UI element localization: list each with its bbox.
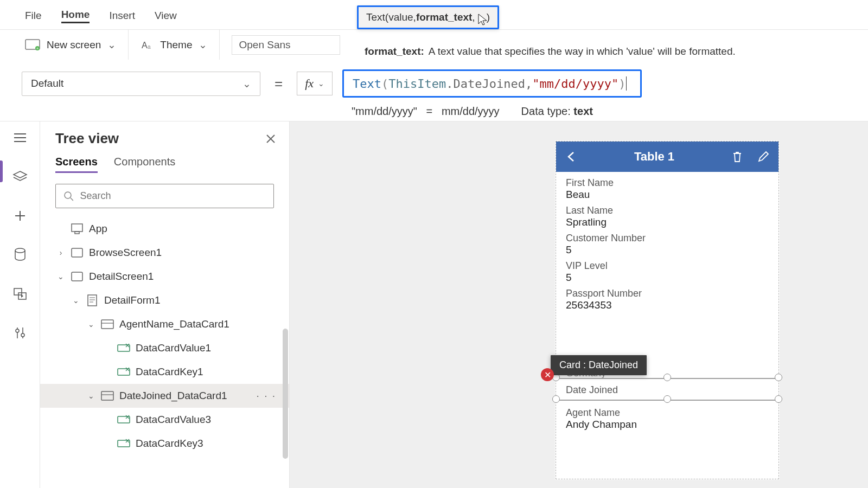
menu-insert[interactable]: Insert	[109, 10, 135, 22]
plus-icon	[14, 209, 27, 222]
scrollbar-thumb[interactable]	[283, 329, 288, 459]
fx-button[interactable]: fx ⌄	[297, 72, 333, 95]
resize-handle[interactable]	[552, 395, 560, 403]
screen-icon	[71, 270, 84, 283]
card-icon	[101, 389, 114, 402]
tab-screens[interactable]: Screens	[55, 156, 98, 173]
field-value: 5	[565, 244, 770, 258]
chevron-down-icon: ⌄	[242, 78, 251, 90]
menu-file[interactable]: File	[25, 10, 42, 22]
form-field: Last NameSpratling	[565, 205, 770, 230]
property-selector[interactable]: Default ⌄	[22, 72, 260, 96]
menu-view[interactable]: View	[155, 10, 177, 22]
tree-search[interactable]	[55, 184, 274, 208]
close-panel-button[interactable]	[265, 133, 276, 144]
svg-rect-19	[101, 391, 113, 400]
back-button[interactable]	[564, 149, 579, 164]
form-field: Customer Number5	[565, 233, 770, 258]
design-canvas[interactable]: Table 1 First NameBeauLast NameSpratling…	[290, 121, 868, 488]
tree-node-DataCardKey1[interactable]: DataCardKey1	[40, 360, 289, 384]
form-field: Passport Number25634353	[565, 288, 770, 313]
chevron-icon	[103, 439, 112, 448]
error-badge[interactable]: ✕	[541, 368, 554, 381]
formula-input[interactable]: Text ( ThisItem .DateJoined, "mm/dd/yyyy…	[342, 69, 642, 98]
chevron-icon: ⌄	[56, 272, 65, 281]
search-input[interactable]	[79, 190, 266, 202]
tree-list: App›BrowseScreen1⌄DetailScreen1⌄DetailFo…	[40, 214, 289, 455]
chevron-icon	[103, 415, 112, 424]
tok-object: ThisItem	[388, 77, 446, 91]
chevron-down-icon: ⌄	[107, 38, 116, 51]
add-button[interactable]	[10, 206, 30, 226]
edit-button[interactable]	[756, 149, 771, 164]
new-screen-group[interactable]: + New screen ⌄	[17, 30, 129, 60]
svg-rect-12	[75, 232, 79, 234]
chevron-icon: ⌄	[87, 320, 95, 329]
new-screen-label: New screen	[47, 39, 101, 51]
formula-row: Default ⌄ = fx ⌄ Text ( ThisItem .DateJo…	[0, 64, 868, 103]
tree-node-DetailScreen1[interactable]: ⌄DetailScreen1	[40, 265, 289, 288]
resize-handle[interactable]	[663, 395, 671, 403]
hamburger-button[interactable]	[10, 128, 30, 147]
resize-handle[interactable]	[775, 374, 782, 381]
agent-field: Agent Name Andy Champan	[565, 407, 770, 433]
svg-rect-15	[88, 295, 97, 306]
delete-button[interactable]	[730, 149, 745, 164]
theme-group[interactable]: Aa Theme ⌄	[129, 30, 220, 60]
svg-point-9	[21, 333, 24, 337]
field-label: VIP Level	[565, 260, 770, 272]
tree-node-App[interactable]: App	[40, 217, 289, 241]
fx-label: fx	[305, 76, 314, 91]
tree-node-AgentName_DataCard1[interactable]: ⌄AgentName_DataCard1	[40, 312, 289, 336]
param-description: A text value that specifies the way in w…	[429, 46, 736, 57]
resize-handle[interactable]	[775, 395, 782, 403]
tree-node-DataCardValue3[interactable]: DataCardValue3	[40, 408, 289, 432]
tree-node-BrowseScreen1[interactable]: ›BrowseScreen1	[40, 241, 289, 265]
result-datatype: Data type: text	[521, 105, 593, 118]
tree-node-label: AgentName_DataCard1	[119, 318, 229, 330]
resize-handle[interactable]	[663, 374, 671, 381]
form-icon	[86, 294, 99, 307]
tree-node-DataCardValue1[interactable]: DataCardValue1	[40, 336, 289, 360]
agent-value: Andy Champan	[565, 419, 770, 433]
tree-node-DateJoined_DataCard1[interactable]: ⌄DateJoined_DataCard1· · ·	[40, 384, 289, 408]
svg-point-10	[65, 192, 71, 198]
data-button[interactable]	[10, 245, 30, 265]
chevron-icon: ⌄	[72, 296, 80, 305]
tree-node-DetailForm1[interactable]: ⌄DetailForm1	[40, 288, 289, 312]
field-value: 25634353	[565, 299, 770, 313]
signature-highlight: format_text	[416, 11, 472, 23]
card-icon	[101, 318, 114, 331]
tok-string: "mm/dd/yyyy"	[532, 77, 618, 91]
tree-view-panel: Tree view Screens Components App›BrowseS…	[40, 121, 290, 488]
settings-button[interactable]	[10, 323, 30, 343]
more-button[interactable]: · · ·	[257, 390, 283, 402]
database-icon	[14, 248, 27, 262]
result-expression: "mm/dd/yyyy" = mm/dd/yyyy	[352, 105, 500, 118]
sliders-icon	[14, 326, 27, 340]
tree-node-label: DataCardValue3	[136, 414, 211, 426]
tree-node-DataCardKey3[interactable]: DataCardKey3	[40, 432, 289, 455]
tab-components[interactable]: Components	[114, 156, 175, 173]
tree-node-label: DateJoined_DataCard1	[119, 390, 227, 402]
media-button[interactable]	[10, 284, 30, 304]
menu-home[interactable]: Home	[61, 9, 90, 23]
rail-active-indicator	[0, 160, 3, 182]
app-icon	[71, 222, 84, 235]
tok-paren: )	[618, 77, 626, 91]
font-select[interactable]	[232, 35, 340, 55]
param-name: format_text:	[365, 46, 424, 57]
media-icon	[13, 287, 27, 300]
selection-tooltip: Card : DateJoined	[551, 355, 647, 375]
tok-paren: (	[381, 77, 388, 91]
tree-view-button[interactable]	[10, 167, 30, 187]
app-title: Table 1	[579, 150, 730, 164]
field-label: Customer Number	[565, 233, 770, 244]
work-area: Tree view Screens Components App›BrowseS…	[0, 121, 868, 488]
chevron-icon: ⌄	[87, 391, 95, 400]
hamburger-icon	[13, 132, 27, 144]
tree-node-label: BrowseScreen1	[89, 247, 162, 259]
form-field: First NameBeau	[565, 177, 770, 203]
signature-prefix: Text(value,	[366, 11, 416, 23]
tree-view-title: Tree view	[55, 130, 119, 147]
